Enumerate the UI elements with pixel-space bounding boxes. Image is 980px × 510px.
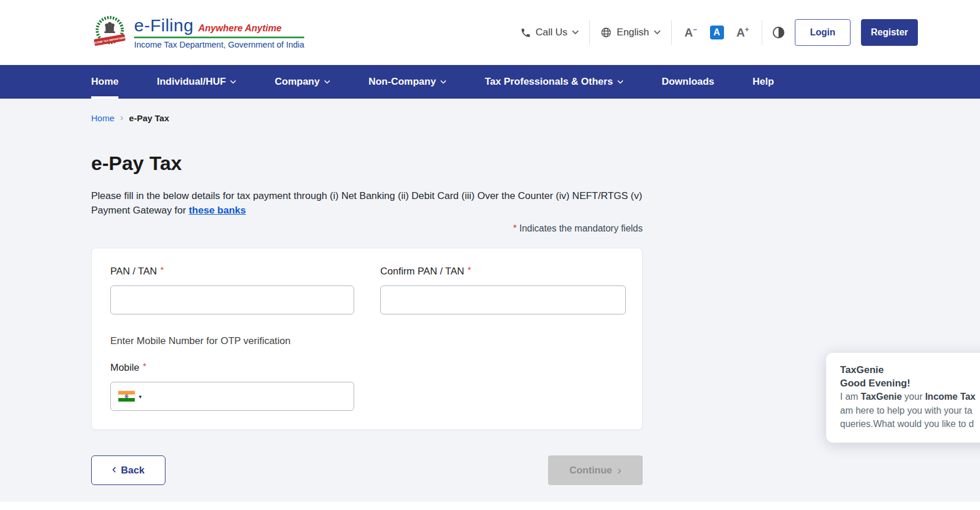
contrast-icon bbox=[773, 27, 784, 38]
chevron-down-icon bbox=[654, 30, 661, 35]
nav-downloads[interactable]: Downloads bbox=[662, 65, 715, 99]
font-decrease-button[interactable]: A− bbox=[682, 24, 699, 41]
chat-greeting: Good Evening! bbox=[840, 377, 980, 390]
brand-subtitle: Income Tax Department, Government of Ind… bbox=[134, 40, 304, 49]
breadcrumb-separator: › bbox=[120, 113, 123, 123]
chevron-down-icon bbox=[617, 80, 624, 84]
nav-tax-professionals[interactable]: Tax Professionals & Others bbox=[485, 65, 624, 99]
nav-company[interactable]: Company bbox=[275, 65, 330, 99]
chat-message-line-1: I am TaxGenie your Income Tax bbox=[840, 390, 980, 404]
chat-title: TaxGenie bbox=[840, 363, 980, 377]
nav-help[interactable]: Help bbox=[752, 65, 774, 99]
pan-label: PAN / TAN* bbox=[110, 266, 354, 277]
register-button[interactable]: Register bbox=[861, 19, 918, 46]
page-description: Please fill in the below details for tax… bbox=[91, 189, 643, 218]
breadcrumb: Home › e-Pay Tax bbox=[91, 113, 643, 123]
chevron-down-icon bbox=[572, 30, 579, 35]
nav-individual-huf[interactable]: Individual/HUF bbox=[157, 65, 236, 99]
back-button[interactable]: ‹ Back bbox=[91, 455, 165, 485]
required-asterisk: * bbox=[143, 361, 146, 371]
contrast-toggle[interactable] bbox=[773, 27, 784, 38]
chevron-down-icon bbox=[324, 80, 330, 84]
required-asterisk: * bbox=[468, 265, 471, 274]
income-tax-emblem-icon: INCOME TAX DEPARTMENT bbox=[91, 14, 128, 51]
breadcrumb-current: e-Pay Tax bbox=[129, 113, 169, 123]
footer-strip bbox=[0, 502, 980, 510]
breadcrumb-home-link[interactable]: Home bbox=[91, 113, 114, 123]
mobile-input[interactable]: ▾ bbox=[110, 382, 354, 411]
continue-button[interactable]: Continue › bbox=[548, 455, 643, 485]
logo[interactable]: INCOME TAX DEPARTMENT e-Filing Anywhere … bbox=[91, 14, 304, 51]
font-normal-button[interactable]: A bbox=[710, 26, 724, 39]
main-content: Home › e-Pay Tax e-Pay Tax Please fill i… bbox=[91, 113, 643, 485]
nav-home[interactable]: Home bbox=[91, 65, 118, 99]
call-us-button[interactable]: Call Us bbox=[520, 27, 579, 38]
page-title: e-Pay Tax bbox=[91, 152, 643, 175]
mandatory-note: * Indicates the mandatory fields bbox=[91, 223, 643, 234]
phone-icon bbox=[520, 27, 531, 38]
header: INCOME TAX DEPARTMENT e-Filing Anywhere … bbox=[0, 0, 980, 65]
main-nav: Home Individual/HUF Company Non-Company … bbox=[0, 65, 980, 99]
actions-row: ‹ Back Continue › bbox=[91, 455, 643, 485]
brand-name: e-Filing bbox=[134, 16, 193, 35]
login-button[interactable]: Login bbox=[795, 19, 851, 46]
required-asterisk: * bbox=[160, 265, 164, 274]
india-flag-icon[interactable] bbox=[118, 390, 135, 402]
chevron-left-icon: ‹ bbox=[112, 463, 116, 476]
chat-message-line-2: am here to help you with your ta bbox=[840, 404, 980, 418]
font-increase-button[interactable]: A+ bbox=[734, 24, 751, 41]
confirm-pan-field: Confirm PAN / TAN* bbox=[380, 266, 626, 314]
call-us-label: Call Us bbox=[536, 27, 568, 38]
confirm-pan-input[interactable] bbox=[380, 285, 626, 314]
pan-field: PAN / TAN* bbox=[110, 266, 354, 314]
globe-icon bbox=[600, 27, 612, 38]
header-divider bbox=[671, 20, 672, 45]
header-controls: Call Us English A− A A+ Login Reg bbox=[520, 19, 918, 46]
otp-note: Enter Mobile Number for OTP verification bbox=[110, 335, 624, 347]
country-dropdown-caret-icon[interactable]: ▾ bbox=[139, 393, 142, 400]
header-divider bbox=[762, 20, 762, 45]
pan-input[interactable] bbox=[110, 285, 354, 314]
mobile-label: Mobile* bbox=[110, 362, 624, 374]
language-label: English bbox=[617, 27, 649, 38]
nav-non-company[interactable]: Non-Company bbox=[369, 65, 446, 99]
plus-mark: + bbox=[745, 26, 749, 34]
language-selector[interactable]: English bbox=[600, 27, 661, 38]
taxgenie-popup[interactable]: TaxGenie Good Evening! I am TaxGenie you… bbox=[826, 353, 980, 443]
logo-green-rule bbox=[134, 37, 304, 38]
chevron-down-icon bbox=[230, 80, 236, 84]
mobile-field: Mobile* ▾ bbox=[110, 362, 624, 411]
mobile-number-input[interactable] bbox=[145, 382, 347, 410]
these-banks-link[interactable]: these banks bbox=[189, 205, 246, 216]
chevron-down-icon bbox=[440, 80, 446, 84]
form-card: PAN / TAN* Confirm PAN / TAN* Enter Mobi… bbox=[91, 248, 643, 430]
header-divider bbox=[589, 20, 590, 45]
minus-mark: − bbox=[693, 26, 697, 34]
chevron-right-icon: › bbox=[617, 464, 621, 476]
brand-tagline: Anywhere Anytime bbox=[198, 23, 281, 34]
chat-message-line-3: queries.What would you like to d bbox=[840, 417, 980, 431]
confirm-pan-label: Confirm PAN / TAN* bbox=[380, 266, 626, 277]
